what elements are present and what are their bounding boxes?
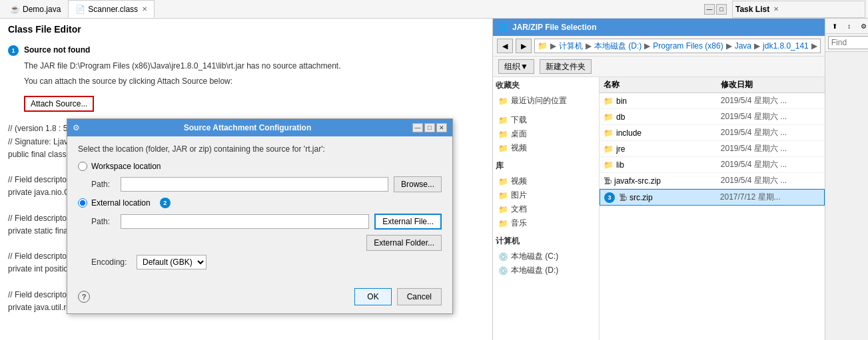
- workspace-location-radio-item: Workspace location: [78, 162, 442, 171]
- bin-folder-icon: 📁: [604, 96, 614, 106]
- download-folder-icon: 📁: [498, 116, 508, 125]
- col-name-header: 名称: [604, 79, 721, 90]
- javafx-zip-date: 2019/5/4 星期六 ...: [721, 175, 821, 186]
- jar-panel: 🌐 JAR/ZIP File Selection ◀ ▶ 📁 ▶ 计算机 ▶ 本…: [493, 19, 825, 340]
- ok-button[interactable]: OK: [354, 288, 391, 305]
- dialog-title-controls: — □ ✕: [412, 123, 447, 132]
- include-name: include: [616, 128, 718, 138]
- help-icon[interactable]: ?: [78, 291, 90, 303]
- dialog-content: Select the location (folder, JAR or zip)…: [67, 136, 452, 283]
- tab-label-scanner-class: Scanner.class: [88, 5, 138, 14]
- task-tool-btn-1[interactable]: ⬆: [828, 20, 841, 32]
- source-not-found-label: Source not found: [24, 45, 341, 55]
- file-list: 📁 bin 2019/5/4 星期六 ... 📁 db 2019/5/4 星期六…: [600, 93, 825, 340]
- file-row-lib[interactable]: 📁 lib 2019/5/4 星期六 ...: [600, 157, 825, 173]
- tree-item-lib-video[interactable]: 📁 视频: [496, 174, 596, 188]
- encoding-row: Encoding: Default (GBK)UTF-8UTF-16ISO-88…: [91, 255, 442, 269]
- new-folder-button[interactable]: 新建文件夹: [540, 59, 592, 74]
- cancel-button[interactable]: Cancel: [397, 288, 442, 305]
- encoding-select[interactable]: Default (GBK)UTF-8UTF-16ISO-8859-1: [137, 255, 207, 269]
- task-list-panel: ⬆ ↕ ⚙ 🔍 All Activ: [825, 19, 868, 340]
- tree-item-video[interactable]: 📁 视频: [496, 141, 596, 155]
- tree-item-disk-d[interactable]: 💿 本地磁盘 (D:): [496, 263, 596, 277]
- col-date-header: 修改日期: [721, 79, 821, 90]
- dialog-close-button[interactable]: ✕: [436, 123, 447, 132]
- breadcrumb-jdk[interactable]: jdk1.8.0_141: [763, 41, 809, 51]
- dialog-buttons: ? OK Cancel: [67, 283, 452, 313]
- tree-item-lib-doc[interactable]: 📁 文档: [496, 202, 596, 216]
- nav-forward-button[interactable]: ▶: [516, 39, 532, 53]
- src-zip-icon: 🗜: [619, 193, 627, 202]
- nav-back-button[interactable]: ◀: [497, 39, 513, 53]
- jar-panel-title: JAR/ZIP File Selection: [512, 23, 596, 32]
- task-list-panel-title: Task List: [735, 5, 769, 14]
- file-row-db[interactable]: 📁 db 2019/5/4 星期六 ...: [600, 109, 825, 125]
- tree-item-recent[interactable]: 📁 最近访问的位置: [496, 94, 596, 108]
- task-tool-btn-2[interactable]: ↕: [843, 20, 856, 32]
- dialog-minimize-button[interactable]: —: [412, 123, 423, 132]
- bin-name: bin: [616, 96, 718, 106]
- page-title: Class File Editor: [8, 24, 484, 35]
- favorites-title: 收藏夹: [496, 80, 596, 91]
- breadcrumb-program-files[interactable]: Program Files (x86): [653, 41, 723, 51]
- tree-item-desktop[interactable]: 📁 桌面: [496, 127, 596, 141]
- task-tool-btn-3[interactable]: ⚙: [857, 20, 868, 32]
- tab-scanner-class[interactable]: 📄 Scanner.class ✕: [68, 0, 155, 18]
- lib-video-icon: 📁: [498, 177, 508, 186]
- attach-source-button[interactable]: Attach Source...: [24, 96, 94, 112]
- file-row-include[interactable]: 📁 include 2019/5/4 星期六 ...: [600, 125, 825, 141]
- tab-demo-java[interactable]: ☕ Demo.java: [3, 0, 68, 18]
- workspace-location-radio[interactable]: [78, 162, 87, 171]
- lib-folder-icon: 📁: [604, 160, 614, 170]
- encoding-label: Encoding:: [91, 257, 131, 267]
- computer-title: 计算机: [496, 236, 596, 247]
- lib-picture-icon: 📁: [498, 191, 508, 200]
- breadcrumb-computer[interactable]: 计算机: [559, 41, 583, 52]
- external-path-label: Path:: [91, 217, 115, 226]
- desktop-folder-icon: 📁: [498, 130, 508, 139]
- dialog-maximize-button[interactable]: □: [424, 123, 435, 132]
- db-folder-icon: 📁: [604, 112, 614, 122]
- breadcrumb-disk-d[interactable]: 本地磁盘 (D:): [594, 41, 642, 52]
- file-row-jre[interactable]: 📁 jre 2019/5/4 星期六 ...: [600, 141, 825, 157]
- task-toolbar: ⬆ ↕ ⚙: [825, 19, 868, 34]
- jre-name: jre: [616, 144, 718, 154]
- tree-item-disk-c[interactable]: 💿 本地磁盘 (C:): [496, 250, 596, 263]
- video-folder-icon: 📁: [498, 144, 508, 153]
- dialog-icon: ⚙: [73, 123, 80, 132]
- left-tree: 收藏夹 📁 最近访问的位置 📁 下载: [493, 77, 600, 340]
- workspace-path-label: Path:: [91, 180, 115, 189]
- task-list-close-icon[interactable]: ✕: [773, 5, 779, 13]
- breadcrumb-java[interactable]: Java: [735, 41, 751, 51]
- file-row-bin[interactable]: 📁 bin 2019/5/4 星期六 ...: [600, 93, 825, 109]
- workspace-path-input[interactable]: [121, 177, 388, 192]
- folder-nav-icon: 📁: [538, 41, 548, 51]
- tree-item-lib-picture[interactable]: 📁 图片: [496, 188, 596, 202]
- task-search-input[interactable]: [828, 36, 868, 49]
- tree-section-nav: 📁 下载 📁 桌面 📁 视频: [496, 113, 596, 155]
- file-row-javafx-zip[interactable]: 🗜 javafx-src.zip 2019/5/4 星期六 ...: [600, 173, 825, 189]
- src-zip-date: 2017/7/12 星期...: [720, 192, 820, 203]
- external-file-button[interactable]: External File...: [374, 214, 442, 230]
- file-list-header: 名称 修改日期: [600, 77, 825, 93]
- tab-label-demo-java: Demo.java: [23, 5, 61, 14]
- jre-date: 2019/5/4 星期六 ...: [721, 143, 821, 154]
- window-controls: — □: [704, 4, 727, 15]
- file-list-panel: 名称 修改日期 📁 bin 2019/5/4 星期六 ...: [600, 77, 825, 340]
- external-path-input[interactable]: [121, 214, 369, 229]
- src-zip-name: src.zip: [630, 193, 717, 202]
- lib-date: 2019/5/4 星期六 ...: [721, 159, 821, 170]
- browse-button[interactable]: Browse...: [394, 176, 442, 192]
- org-button[interactable]: 组织▼: [498, 59, 534, 74]
- external-location-radio[interactable]: [78, 198, 87, 208]
- tree-item-download[interactable]: 📁 下载: [496, 113, 596, 127]
- maximize-button[interactable]: □: [716, 4, 727, 15]
- minimize-button[interactable]: —: [704, 4, 715, 15]
- file-row-src-zip[interactable]: 3 🗜 src.zip 2017/7/12 星期...: [600, 189, 825, 206]
- tab-close-icon[interactable]: ✕: [142, 5, 147, 13]
- tree-item-lib-music[interactable]: 📁 音乐: [496, 216, 596, 230]
- library-title: 库: [496, 160, 596, 172]
- jar-actions: 组织▼ 新建文件夹: [493, 57, 825, 77]
- external-folder-button[interactable]: External Folder...: [366, 235, 442, 251]
- include-date: 2019/5/4 星期六 ...: [721, 127, 821, 138]
